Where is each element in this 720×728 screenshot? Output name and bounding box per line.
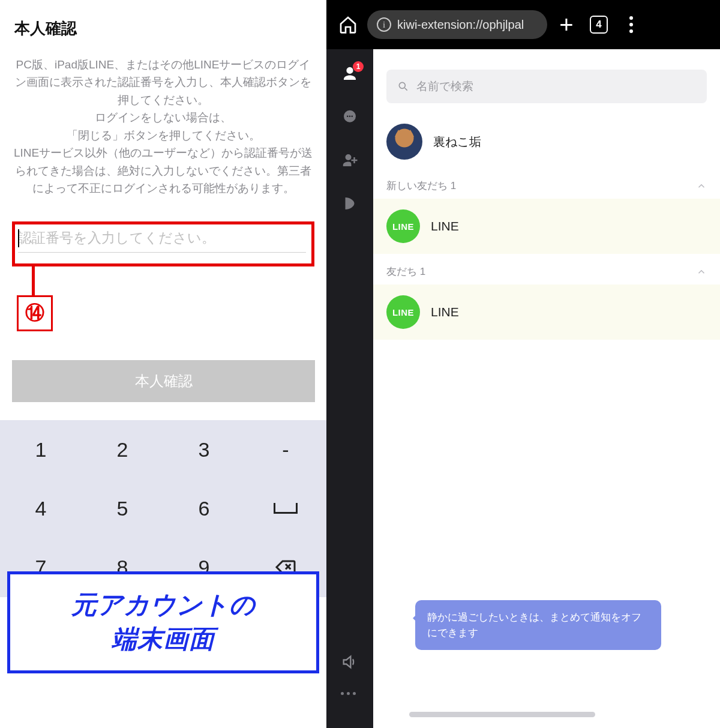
section-friends[interactable]: 友だち 1 <box>373 254 720 284</box>
sidebar-voom[interactable] <box>341 194 359 212</box>
friend-name: LINE <box>431 219 459 233</box>
play-icon <box>341 194 359 212</box>
key-minus[interactable]: - <box>245 420 326 479</box>
verify-title: 本人確認 <box>0 0 326 39</box>
horizontal-scrollbar[interactable] <box>409 712 595 717</box>
new-tab-button[interactable]: + <box>553 11 580 38</box>
verify-description: PC版、iPad版LINE、またはその他LINEサービスのログイン画面に表示され… <box>0 39 326 197</box>
key-5[interactable]: 5 <box>82 479 163 538</box>
right-browser-panel: i kiwi-extension://ophjlpal + 4 1 <box>326 0 720 728</box>
sidebar-more[interactable] <box>341 692 359 710</box>
key-space[interactable] <box>245 479 326 538</box>
notification-badge: 1 <box>353 61 364 72</box>
left-phone-panel: 本人確認 PC版、iPad版LINE、またはその他LINEサービスのログイン画面… <box>0 0 326 728</box>
add-friend-icon <box>341 151 359 169</box>
search-placeholder: 名前で検索 <box>416 79 473 94</box>
search-field[interactable]: 名前で検索 <box>386 70 707 103</box>
key-6[interactable]: 6 <box>163 479 245 538</box>
friends-main-panel: 名前で検索 裏ねこ垢 新しい友だち 1 LINE LINE 友だち 1 <box>373 49 720 728</box>
profile-name: 裏ねこ垢 <box>433 134 481 150</box>
numeric-keypad: 1 2 3 - 4 5 6 7 8 9 <box>0 420 326 597</box>
kebab-icon <box>629 16 633 33</box>
url-bar[interactable]: i kiwi-extension://ophjlpal <box>367 10 547 39</box>
browser-menu-button[interactable] <box>618 11 644 38</box>
site-info-icon[interactable]: i <box>377 17 391 32</box>
avatar <box>386 124 422 160</box>
speaker-icon <box>341 654 358 670</box>
chevron-up-icon <box>696 181 707 191</box>
tab-count-badge: 4 <box>590 16 608 34</box>
sidebar-chats[interactable] <box>341 108 359 126</box>
annotation-caption-box: 元アカウントの 端末画面 <box>7 571 319 673</box>
plus-icon: + <box>559 13 573 37</box>
friend-name: LINE <box>431 305 459 319</box>
sidebar-notifications[interactable] <box>341 654 359 672</box>
svg-point-4 <box>399 82 405 88</box>
url-text: kiwi-extension://ophjlpal <box>397 18 524 32</box>
tabs-button[interactable]: 4 <box>586 11 612 38</box>
home-button[interactable] <box>335 11 361 38</box>
annotation-connector <box>32 266 35 296</box>
verification-code-input[interactable] <box>18 227 306 253</box>
home-icon <box>338 15 358 34</box>
line-logo-icon: LINE <box>386 295 420 329</box>
annotation-step-marker: ⑭ <box>17 295 53 331</box>
line-logo-icon: LINE <box>386 209 420 243</box>
key-1[interactable]: 1 <box>0 420 82 479</box>
confirm-identity-button[interactable]: 本人確認 <box>12 360 315 402</box>
friend-row-line[interactable]: LINE LINE <box>373 284 720 340</box>
chat-icon <box>341 108 359 126</box>
svg-point-1 <box>347 116 349 118</box>
svg-point-2 <box>349 116 351 118</box>
section-new-friends[interactable]: 新しい友だち 1 <box>373 168 720 199</box>
browser-topbar: i kiwi-extension://ophjlpal + 4 <box>326 0 720 49</box>
notification-tooltip[interactable]: 静かに過ごしたいときは、まとめて通知をオフにできます <box>415 600 661 650</box>
chevron-up-icon <box>696 266 707 277</box>
friend-row-line-new[interactable]: LINE LINE <box>373 199 720 254</box>
key-4[interactable]: 4 <box>0 479 82 538</box>
svg-point-3 <box>352 116 353 118</box>
more-icon <box>341 692 359 695</box>
sidebar-add-friend[interactable] <box>341 151 359 169</box>
text-cursor <box>18 229 19 247</box>
key-3[interactable]: 3 <box>163 420 245 479</box>
my-profile-row[interactable]: 裏ねこ垢 <box>373 115 720 168</box>
line-sidebar: 1 <box>326 49 373 728</box>
search-icon <box>397 80 409 92</box>
key-2[interactable]: 2 <box>82 420 163 479</box>
sidebar-friends[interactable]: 1 <box>341 65 359 83</box>
